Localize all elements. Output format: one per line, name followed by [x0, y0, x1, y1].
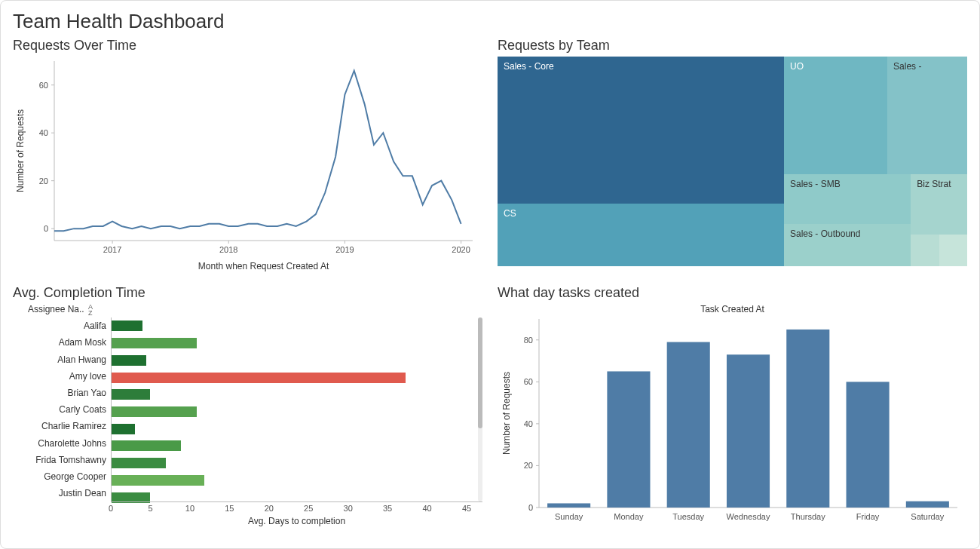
- hbar[interactable]: [112, 355, 146, 366]
- svg-text:20: 20: [39, 176, 48, 186]
- svg-text:40: 40: [39, 128, 48, 137]
- scrollbar[interactable]: [478, 317, 482, 501]
- treemap-cell[interactable]: [953, 252, 967, 266]
- x-axis-label: Avg. Days to completion: [111, 516, 482, 526]
- hbar[interactable]: [112, 475, 204, 486]
- svg-text:Friday: Friday: [856, 512, 880, 521]
- hbar[interactable]: [112, 321, 142, 331]
- hbar[interactable]: [112, 373, 406, 383]
- treemap-chart[interactable]: Sales - CoreCSUOSales -Sales - SMBBiz St…: [498, 57, 967, 279]
- hbar[interactable]: [112, 440, 181, 451]
- treemap-cell[interactable]: Sales - SMB: [784, 174, 911, 225]
- chart-grid: Requests Over Time 020406020172018201920…: [13, 38, 967, 548]
- panel-avg-completion: Avg. Completion Time Assignee Na.. AZ Aa…: [13, 285, 482, 526]
- svg-text:40: 40: [524, 419, 533, 428]
- chart-subtitle: Task Created At: [498, 304, 967, 314]
- svg-text:Month when Request Created At: Month when Request Created At: [198, 261, 329, 271]
- assignee-label: Carly Coats: [13, 401, 111, 418]
- bar[interactable]: [847, 382, 890, 508]
- hbar-chart[interactable]: AalifaAdam MoskAlan HwangAmy loveBrian Y…: [13, 317, 482, 501]
- chart-title: Requests Over Time: [13, 38, 482, 54]
- scroll-thumb[interactable]: [478, 317, 482, 428]
- treemap-cell[interactable]: Sales - Outbound: [784, 224, 911, 266]
- svg-text:Monday: Monday: [614, 512, 644, 521]
- table-header[interactable]: Assignee Na.. AZ: [13, 304, 482, 316]
- chart-title: Avg. Completion Time: [13, 285, 482, 301]
- svg-text:Saturday: Saturday: [911, 512, 945, 521]
- svg-text:Number of Requests: Number of Requests: [15, 109, 26, 192]
- svg-text:Sunday: Sunday: [555, 512, 583, 521]
- page-title: Team Health Dashboard: [13, 10, 967, 33]
- svg-text:2018: 2018: [219, 245, 237, 254]
- svg-text:2017: 2017: [103, 245, 121, 254]
- treemap-cell[interactable]: [911, 235, 939, 266]
- assignee-header-label: Assignee Na..: [28, 304, 84, 314]
- svg-text:60: 60: [524, 377, 533, 386]
- svg-text:0: 0: [44, 224, 48, 233]
- assignee-label: Charolette Johns: [13, 435, 111, 452]
- hbar[interactable]: [112, 458, 166, 468]
- svg-text:2020: 2020: [452, 245, 470, 254]
- bar[interactable]: [607, 371, 650, 508]
- treemap-cell[interactable]: Sales -: [887, 57, 967, 174]
- line-chart[interactable]: 02040602017201820192020Month when Reques…: [13, 57, 482, 279]
- chart-title: Requests by Team: [498, 38, 967, 54]
- treemap-cell[interactable]: UO: [784, 57, 887, 174]
- svg-text:80: 80: [524, 336, 533, 345]
- assignee-label: Adam Mosk: [13, 334, 111, 351]
- hbar[interactable]: [112, 424, 135, 434]
- bar[interactable]: [906, 501, 949, 508]
- svg-text:2019: 2019: [335, 245, 354, 254]
- assignee-label: Charlie Ramirez: [13, 418, 111, 434]
- treemap-cell[interactable]: Biz Strat: [911, 174, 967, 235]
- x-axis: 051015202530354045: [111, 501, 482, 514]
- treemap-cell[interactable]: Sales - Core: [498, 57, 784, 204]
- assignee-label: George Cooper: [13, 468, 111, 485]
- svg-text:20: 20: [524, 461, 533, 470]
- bar[interactable]: [786, 330, 829, 508]
- treemap-cell[interactable]: [939, 252, 954, 266]
- panel-tasks-by-day: What day tasks created Task Created At 0…: [498, 285, 967, 526]
- panel-requests-by-team: Requests by Team Sales - CoreCSUOSales -…: [498, 38, 967, 279]
- assignee-label: Brian Yao: [13, 385, 111, 401]
- treemap-cell[interactable]: [939, 235, 967, 251]
- svg-text:Tuesday: Tuesday: [672, 512, 704, 521]
- treemap-cell[interactable]: CS: [498, 204, 784, 266]
- svg-text:0: 0: [528, 503, 533, 512]
- svg-text:Number of Requests: Number of Requests: [501, 372, 512, 455]
- svg-text:60: 60: [39, 81, 48, 90]
- assignee-label: Aalifa: [13, 317, 111, 334]
- assignee-label: Alan Hwang: [13, 351, 111, 367]
- hbar[interactable]: [112, 389, 150, 400]
- sort-icon[interactable]: AZ: [88, 304, 93, 316]
- hbar[interactable]: [112, 406, 197, 417]
- assignee-label: Amy love: [13, 368, 111, 385]
- assignee-label: Frida Tomshawny: [13, 452, 111, 468]
- dashboard: Team Health Dashboard Requests Over Time…: [0, 0, 980, 549]
- svg-text:Thursday: Thursday: [791, 512, 825, 521]
- svg-text:Wednesday: Wednesday: [727, 512, 770, 521]
- bar[interactable]: [547, 503, 590, 508]
- bar[interactable]: [727, 354, 770, 508]
- bar-chart[interactable]: 020406080SundayMondayTuesdayWednesdayThu…: [498, 316, 967, 527]
- chart-title: What day tasks created: [498, 285, 967, 301]
- hbar[interactable]: [112, 338, 197, 348]
- panel-requests-over-time: Requests Over Time 020406020172018201920…: [13, 38, 482, 279]
- bar[interactable]: [667, 342, 710, 508]
- assignee-label: Justin Dean: [13, 485, 111, 501]
